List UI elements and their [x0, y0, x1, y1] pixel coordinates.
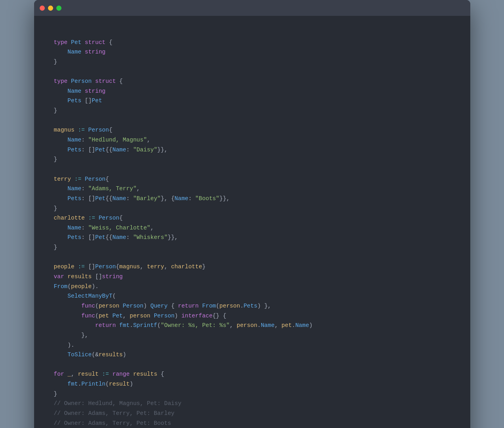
code-line: Name string — [54, 47, 450, 57]
code-line: return fmt.Sprintf("Owner: %s, Pet: %s",… — [54, 321, 450, 331]
code-line: charlotte := Person{ — [54, 213, 450, 223]
maximize-button[interactable] — [56, 6, 61, 11]
code-line: for _, result := range results { — [54, 369, 450, 379]
code-line: Name: "Weiss, Charlotte", — [54, 223, 450, 233]
blank-line — [54, 360, 450, 370]
code-line: fmt.Println(result) — [54, 379, 450, 389]
code-line: people := []Person{magnus, terry, charlo… — [54, 262, 450, 272]
code-line: Name: "Adams, Terry", — [54, 184, 450, 194]
blank-line — [54, 67, 450, 77]
code-line: var results []string — [54, 272, 450, 282]
code-line: ToSlice(&results) — [54, 350, 450, 360]
code-line: } — [54, 155, 450, 164]
code-line: ). — [54, 340, 450, 350]
code-line: magnus := Person{ — [54, 125, 450, 135]
code-line-comment: // Owner: Adams, Terry, Pet: Barley — [54, 409, 450, 418]
code-line: Name: "Hedlund, Magnus", — [54, 135, 450, 145]
code-content: type Pet struct { Name string } type Per… — [34, 16, 470, 428]
blank-line — [54, 164, 450, 174]
minimize-button[interactable] — [48, 6, 53, 11]
code-line: func(pet Pet, person Person) interface{}… — [54, 311, 450, 321]
close-button[interactable] — [40, 6, 45, 11]
titlebar — [34, 0, 470, 16]
code-editor-window: type Pet struct { Name string } type Per… — [34, 0, 470, 428]
blank-line — [54, 252, 450, 262]
blank-line — [54, 28, 450, 38]
code-line: type Person struct { — [54, 76, 450, 86]
code-line: SelectManyByT( — [54, 291, 450, 301]
code-line: } — [54, 389, 450, 399]
blank-line — [54, 116, 450, 126]
code-line: func(person Person) Query { return From(… — [54, 301, 450, 311]
code-line: Pets []Pet — [54, 96, 450, 106]
code-line: } — [54, 57, 450, 67]
code-line: Pets: []Pet{{Name: "Daisy"}}, — [54, 145, 450, 155]
code-line: Pets: []Pet{{Name: "Barley"}, {Name: "Bo… — [54, 194, 450, 204]
code-line: terry := Person{ — [54, 174, 450, 184]
code-line: }, — [54, 331, 450, 340]
code-line: } — [54, 106, 450, 116]
code-line-comment: // Owner: Adams, Terry, Pet: Boots — [54, 418, 450, 428]
code-line: } — [54, 204, 450, 214]
code-line: type Pet struct { — [54, 38, 450, 48]
code-line: } — [54, 243, 450, 252]
code-line-comment: // Owner: Hedlund, Magnus, Pet: Daisy — [54, 399, 450, 409]
code-line: Pets: []Pet{{Name: "Whiskers"}}, — [54, 233, 450, 243]
code-line: From(people). — [54, 282, 450, 292]
code-line: Name string — [54, 86, 450, 96]
